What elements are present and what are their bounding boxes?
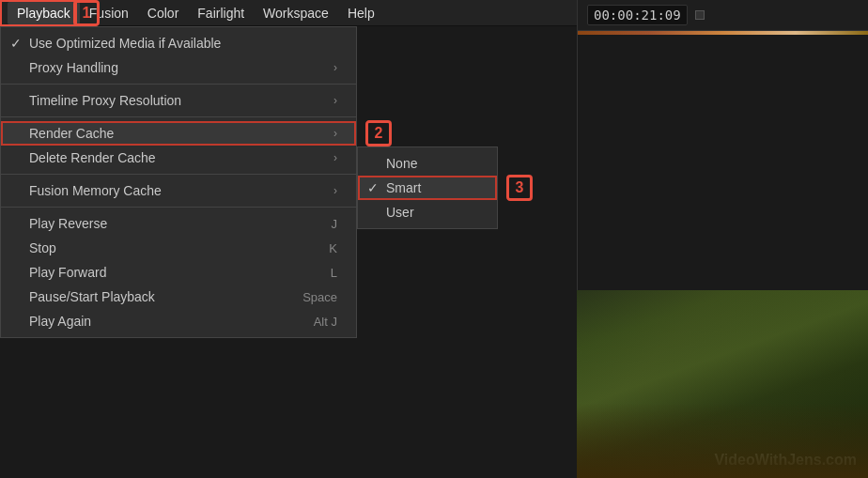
arrow-proxy-handling: › bbox=[333, 61, 337, 74]
menu-item-render-cache[interactable]: Render Cache › 2 bbox=[1, 121, 356, 146]
label-timeline-proxy: Timeline Proxy Resolution bbox=[29, 93, 333, 108]
menu-item-proxy-handling[interactable]: Proxy Handling › bbox=[1, 55, 356, 80]
menubar-color[interactable]: Color bbox=[138, 2, 188, 24]
label-proxy-handling: Proxy Handling bbox=[29, 60, 333, 75]
submenu-item-smart[interactable]: ✓ Smart 3 bbox=[358, 176, 497, 200]
color-bar bbox=[578, 31, 868, 35]
label-pause-playback: Pause/Start Playback bbox=[29, 289, 265, 304]
menu-item-delete-render-cache[interactable]: Delete Render Cache › bbox=[1, 146, 356, 170]
thumbnail-overlay bbox=[577, 403, 868, 478]
arrow-fusion-memory: › bbox=[333, 184, 337, 197]
render-cache-submenu: None ✓ Smart 3 User bbox=[357, 146, 498, 229]
arrow-timeline-proxy: › bbox=[333, 94, 337, 107]
menubar-help[interactable]: Help bbox=[338, 2, 384, 24]
label-play-reverse: Play Reverse bbox=[29, 216, 294, 231]
menu-item-stop[interactable]: Stop K bbox=[1, 236, 356, 260]
shortcut-pause-playback: Space bbox=[302, 290, 337, 304]
menu-item-play-again[interactable]: Play Again Alt J bbox=[1, 309, 356, 333]
label-optimized: Use Optimized Media if Available bbox=[29, 36, 337, 51]
label-none: None bbox=[386, 156, 482, 171]
label-play-again: Play Again bbox=[29, 314, 276, 329]
step2-badge: 2 bbox=[365, 120, 392, 146]
separator-4 bbox=[1, 207, 356, 208]
label-stop: Stop bbox=[29, 240, 291, 255]
menu-item-play-forward[interactable]: Play Forward L bbox=[1, 260, 356, 285]
label-delete-render-cache: Delete Render Cache bbox=[29, 150, 333, 165]
menubar-workspace[interactable]: Workspace bbox=[254, 2, 338, 24]
arrow-delete-render-cache: › bbox=[333, 151, 337, 164]
timecode-display: 00:00:21:09 bbox=[587, 5, 688, 25]
label-smart: Smart bbox=[386, 180, 482, 195]
menu-item-pause-playback[interactable]: Pause/Start Playback Space bbox=[1, 285, 356, 309]
shortcut-play-reverse: J bbox=[332, 217, 338, 231]
label-render-cache: Render Cache bbox=[29, 126, 333, 141]
timecode-bar: 00:00:21:09 bbox=[578, 0, 868, 31]
shortcut-play-again: Alt J bbox=[314, 315, 337, 329]
menubar-playback[interactable]: Playback bbox=[8, 2, 80, 24]
right-panel: 00:00:21:09 VideoWithJens.com bbox=[577, 0, 868, 478]
shortcut-stop: K bbox=[329, 241, 337, 255]
submenu-item-none[interactable]: None bbox=[358, 151, 497, 176]
separator-1 bbox=[1, 84, 356, 85]
shortcut-play-forward: L bbox=[331, 266, 337, 280]
step1-badge: 1 bbox=[73, 0, 100, 26]
check-smart: ✓ bbox=[367, 180, 379, 195]
step3-badge: 3 bbox=[506, 175, 533, 201]
submenu-item-user[interactable]: User bbox=[358, 200, 497, 224]
playback-dropdown: ✓ Use Optimized Media if Available Proxy… bbox=[0, 26, 357, 338]
separator-3 bbox=[1, 174, 356, 175]
timecode-indicator bbox=[695, 10, 705, 20]
label-user: User bbox=[386, 205, 482, 220]
menu-item-fusion-memory[interactable]: Fusion Memory Cache › bbox=[1, 178, 356, 203]
timeline-area: VideoWithJens.com bbox=[578, 31, 868, 478]
label-fusion-memory: Fusion Memory Cache bbox=[29, 183, 333, 198]
menu-item-optimized[interactable]: ✓ Use Optimized Media if Available bbox=[1, 31, 356, 55]
menubar-fairlight[interactable]: Fairlight bbox=[188, 2, 254, 24]
arrow-render-cache: › bbox=[333, 127, 337, 140]
separator-2 bbox=[1, 116, 356, 117]
label-play-forward: Play Forward bbox=[29, 265, 293, 280]
watermark-area: VideoWithJens.com bbox=[577, 290, 868, 478]
menu-item-timeline-proxy[interactable]: Timeline Proxy Resolution › bbox=[1, 88, 356, 113]
check-optimized: ✓ bbox=[10, 36, 22, 51]
menu-item-play-reverse[interactable]: Play Reverse J bbox=[1, 211, 356, 236]
